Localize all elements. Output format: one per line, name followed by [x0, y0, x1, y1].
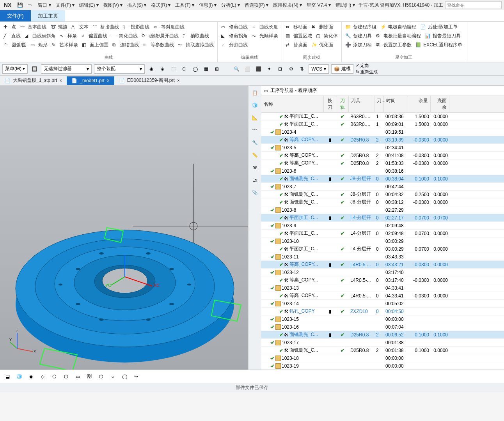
nav-icon[interactable]: 🗂: [249, 175, 260, 186]
ribbon-button[interactable]: ⧉连结曲线: [111, 41, 140, 49]
collapse-icon[interactable]: −: [263, 285, 270, 291]
table-row[interactable]: −✔1023-1103:43:33: [261, 253, 504, 261]
doc-tab[interactable]: 📄_model1.prt ×: [67, 76, 114, 85]
orient-button[interactable]: ✓ 定向: [356, 63, 378, 69]
table-row[interactable]: ✔🛠面铣测光_C...▮✔J8-分层开000:38:040.10000.1000: [261, 175, 504, 183]
ribbon-button[interactable]: ╱直线: [2, 32, 22, 40]
table-row[interactable]: ✔🛠等高_COPY...✔D25R0.8200:41:08-0.03000.00…: [261, 152, 504, 159]
table-row[interactable]: −✔1023-902:09:48: [261, 222, 504, 230]
bt-icon[interactable]: ⬡: [62, 372, 70, 381]
collapse-icon[interactable]: −: [263, 340, 270, 345]
col-yu[interactable]: 余量: [408, 96, 431, 112]
tab-cam-home[interactable]: 加工主页: [31, 10, 65, 21]
ribbon-button[interactable]: ◢曲线倒斜角: [23, 32, 57, 40]
table-row[interactable]: ✔🛠等高_COPY...✔L4R0.5-...004:33:41-0.03000…: [261, 292, 504, 300]
table-row[interactable]: ✔🛠等高_COPY...▮✔D25R0.8203:19:39-0.03000.0…: [261, 136, 504, 144]
ribbon-button[interactable]: 📄后处理/加工单: [419, 23, 458, 31]
ribbon-button[interactable]: ≡等参数曲线: [142, 41, 175, 49]
table-row[interactable]: −✔1023-802:27:29: [261, 206, 504, 214]
collapse-icon[interactable]: −: [263, 129, 270, 135]
table-row[interactable]: −✔1023-1304:33:41: [261, 284, 504, 292]
table-row[interactable]: ✔🛠平面加工_C...✔B63R0.8-...100:03:361.50000.…: [261, 113, 504, 120]
ribbon-button[interactable]: —简化曲线: [110, 32, 139, 40]
bt-icon[interactable]: ○: [108, 372, 117, 381]
tb-icon[interactable]: ⇅: [298, 65, 306, 73]
ribbon-button[interactable]: ⇄替换面: [284, 41, 309, 49]
nav-icon[interactable]: 📋: [249, 87, 260, 98]
selection-icon[interactable]: 🔲: [30, 65, 39, 73]
ribbon-button[interactable]: ✚点: [2, 23, 17, 31]
bt-icon[interactable]: ⬓: [3, 372, 12, 381]
menu-item[interactable]: 工具(T) ▾: [174, 1, 196, 9]
nav-icon[interactable]: 〰: [249, 125, 260, 136]
collapse-icon[interactable]: −: [263, 223, 270, 228]
close-icon[interactable]: ×: [59, 78, 62, 83]
tb-icon[interactable]: ⬜: [243, 65, 252, 73]
collapse-icon[interactable]: −: [263, 324, 270, 330]
table-row[interactable]: −✔1023-502:34:41: [261, 144, 504, 152]
collapse-icon[interactable]: −: [263, 301, 270, 306]
table-row[interactable]: −✔1023-700:42:44: [261, 183, 504, 191]
menu-item[interactable]: 文件(F) ▾: [54, 1, 76, 9]
collapse-icon[interactable]: −: [263, 239, 270, 244]
window-icon[interactable]: ▭: [25, 1, 33, 9]
table-row[interactable]: ✔🛠面铣测光_C...✔J8-分层开000:38:12-0.03000.0000: [261, 198, 504, 206]
nav-icon[interactable]: 📐: [249, 112, 260, 123]
table-row[interactable]: ✔🛠平面加工_C...✔B63R0.8-...100:09:011.50000.…: [261, 120, 504, 128]
bt-icon[interactable]: ▭: [73, 372, 82, 381]
menu-item[interactable]: 分析(L) ▾: [220, 1, 241, 9]
ribbon-button[interactable]: ⫽偏置曲线: [80, 32, 108, 40]
tb-icon[interactable]: ⊞: [213, 65, 221, 73]
ribbon-button[interactable]: ⤵投影曲线: [122, 23, 151, 31]
col-tool[interactable]: 刀具: [349, 96, 374, 112]
menu-item[interactable]: 信息(I) ▾: [197, 1, 218, 9]
table-row[interactable]: −✔1023-1500:00:00: [261, 315, 504, 323]
doc-tab[interactable]: 📄ED000112359-新图.prt ×: [114, 76, 185, 85]
tb-icon[interactable]: ⬛: [254, 65, 263, 73]
table-row[interactable]: −✔1023-1800:00:00: [261, 354, 504, 362]
ribbon-button[interactable]: ✂修剪曲线: [220, 23, 249, 31]
ribbon-button[interactable]: ≋等斜度曲线: [152, 23, 186, 31]
tb-icon[interactable]: 🔍: [232, 65, 241, 73]
collapse-icon[interactable]: −: [263, 317, 270, 322]
assembly-dropdown[interactable]: 整个装配▾: [94, 64, 145, 74]
close-icon[interactable]: ×: [107, 78, 110, 83]
collapse-icon[interactable]: −: [263, 207, 270, 213]
tb-icon[interactable]: ⚙: [287, 65, 295, 73]
bt-icon[interactable]: ⬠: [50, 372, 59, 381]
ribbon-button[interactable]: ▤偏置区域: [284, 32, 313, 40]
ribbon-button[interactable]: ▢简化体: [315, 32, 339, 40]
col-hd[interactable]: 换刀: [324, 96, 336, 112]
table-row[interactable]: ✔🛠面铣测光_C...✔D25R0.8200:01:380.10000.0000: [261, 347, 504, 354]
col-dn[interactable]: 刀...: [374, 96, 384, 112]
table-row[interactable]: ✔🛠平面加工_C...✔L4-分层开002:09:480.07000.0000: [261, 230, 504, 237]
bt-icon[interactable]: 割: [85, 372, 94, 381]
menu-item[interactable]: 应用模块(N) ▾: [272, 1, 303, 9]
tab-file[interactable]: 文件(F): [0, 10, 31, 21]
command-search-input[interactable]: [445, 1, 502, 9]
collapse-icon[interactable]: −: [263, 254, 270, 260]
ribbon-button[interactable]: ▭矩形: [29, 41, 49, 49]
table-row[interactable]: −✔1023-1003:00:29: [261, 237, 504, 245]
ribbon-button[interactable]: ◣修剪拐角: [220, 32, 249, 40]
table-row[interactable]: ✔🛠平面加工_C...▮✔L4-分层开002:27:170.07000.0700: [261, 214, 504, 222]
menu-item[interactable]: 星空 V7.4 ▾: [305, 1, 332, 9]
nav-icon[interactable]: 🧊: [249, 100, 260, 111]
table-row[interactable]: −✔1023-1700:01:38: [261, 339, 504, 347]
menu-item[interactable]: 窗口 ▾: [36, 1, 52, 9]
ribbon-button[interactable]: ✖删除面: [310, 23, 334, 31]
table-row[interactable]: −✔1023-1600:07:04: [261, 323, 504, 331]
collapse-icon[interactable]: −: [263, 356, 270, 361]
menu-item[interactable]: 格式(R) ▾: [149, 1, 172, 9]
wcs-dropdown[interactable]: WCS ▾: [309, 64, 328, 74]
tb-icon[interactable]: ◉: [147, 65, 156, 73]
collapse-icon[interactable]: −: [263, 184, 270, 189]
save-icon[interactable]: 💾: [16, 1, 24, 9]
ribbon-button[interactable]: 🛠设置加工参数: [374, 41, 413, 49]
bt-icon[interactable]: ◯: [120, 372, 129, 381]
tb-icon[interactable]: ⬚: [169, 65, 177, 73]
ribbon-button[interactable]: ∿样条: [59, 32, 78, 40]
collapse-icon[interactable]: −: [263, 270, 270, 275]
tb-icon[interactable]: ⊡: [276, 65, 284, 73]
ribbon-button[interactable]: ⤴抽取曲线: [181, 32, 210, 40]
